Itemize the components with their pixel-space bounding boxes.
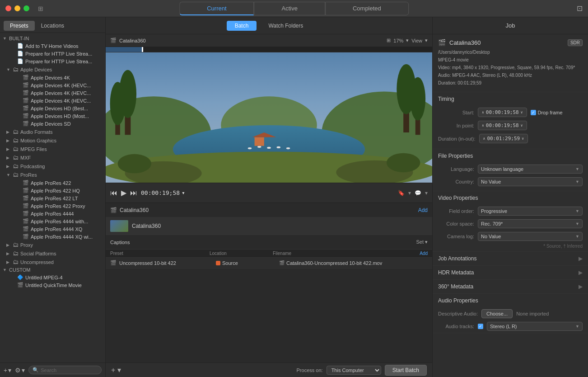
sidebar-item-prores-4444xqwi[interactable]: 🎬 Apple ProRes 4444 XQ wi...: [0, 233, 105, 240]
podcasting-header[interactable]: ▶ 🗂 Podcasting: [0, 162, 105, 170]
tab-completed[interactable]: Completed: [325, 2, 409, 15]
video-properties-header[interactable]: Video Properties: [433, 191, 588, 205]
sidebar-item-http2[interactable]: 📄 Prepare for HTTP Live Strea...: [0, 57, 105, 65]
sidebar-item-apple-sd[interactable]: 🎬 Apple Devices SD: [0, 120, 105, 127]
uncompressed-header[interactable]: ▶ 🗂 Uncompressed: [0, 258, 105, 266]
audio-track-checkbox[interactable]: ✓: [478, 324, 483, 329]
sidebar-item-prores-4444xq[interactable]: 🎬 Apple ProRes 4444 XQ: [0, 225, 105, 233]
tab-current[interactable]: Current: [179, 2, 254, 15]
sidebar-item-prores-422[interactable]: 🎬 Apple ProRes 422: [0, 179, 105, 187]
captions-bar: Captions Set ▾: [106, 235, 432, 250]
sidebar-item-prores-4444[interactable]: 🎬 Apple ProRes 4444: [0, 210, 105, 217]
proxy-header[interactable]: ▶ 🗂 Proxy: [0, 240, 105, 249]
close-button[interactable]: [5, 5, 11, 11]
audio-track-select[interactable]: Stereo (L R) ▼: [487, 322, 583, 331]
file-icon: 🎬: [279, 260, 285, 265]
job-annotations-header[interactable]: Job Annotations ▶: [433, 252, 588, 265]
minimize-button[interactable]: [14, 5, 20, 11]
caption-button[interactable]: 💬: [415, 190, 421, 196]
sidebar-footer: + ▾ ⚙ ▾ 🔍 Search: [0, 363, 105, 377]
play-button[interactable]: ▶: [121, 188, 126, 197]
filename-value: Catalina360-Uncompressed 10-bit 422.mov: [286, 260, 382, 266]
process-select[interactable]: This Computer: [327, 366, 381, 375]
sidebar-item-prores-422proxy[interactable]: 🎬 Apple ProRes 422 Proxy: [0, 202, 105, 210]
audio-formats-header[interactable]: ▶ 🗂 Audio Formats: [0, 127, 105, 136]
preset-add-button[interactable]: Add: [420, 251, 428, 256]
view-button[interactable]: View: [411, 38, 422, 43]
timecode-arrow-down[interactable]: ▾: [182, 189, 185, 196]
mxf-header[interactable]: ▶ 🗂 MXF: [0, 153, 105, 162]
start-timecode[interactable]: ∧ 00:00:19;58 ∨: [478, 108, 527, 117]
sidebar-item-untitled-mpeg4[interactable]: 🔷 Untitled MPEG-4: [0, 273, 105, 281]
built-in-header[interactable]: ▼ BUILT-IN: [0, 35, 105, 42]
tab-batch[interactable]: Batch: [227, 21, 257, 31]
prores-header[interactable]: ▼ 🗂 ProRes: [0, 170, 105, 179]
sidebar-item-apple-4k[interactable]: 🎬 Apple Devices 4K: [0, 74, 105, 81]
chevron-down-icon: ▾: [117, 366, 121, 374]
sidebar-item-http1[interactable]: 📄 Prepare for HTTP Live Strea...: [0, 50, 105, 57]
tab-watch-folders[interactable]: Watch Folders: [260, 21, 311, 31]
search-placeholder: Search: [41, 368, 56, 373]
sidebar-item-label: Motion Graphics: [20, 138, 56, 143]
maximize-button[interactable]: [23, 5, 29, 11]
motion-graphics-header[interactable]: ▶ 🗂 Motion Graphics: [0, 136, 105, 145]
start-batch-button[interactable]: Start Batch: [385, 365, 427, 376]
job-video-info: Video: mp4, 3840 x 1920, Progressive, Sq…: [438, 64, 583, 71]
color-space-select[interactable]: Rec. 709* ▼: [478, 219, 583, 228]
timing-label: Timing: [438, 96, 454, 102]
drop-frame-checkbox[interactable]: ✓: [531, 110, 536, 115]
sidebar-item-label: Apple Devices HD (Most...: [31, 113, 89, 119]
table-row[interactable]: 🎬 Uncompressed 10-bit 422 Source 🎬 Catal…: [106, 258, 432, 269]
sidebar-item-apple-hevc3[interactable]: 🎬 Apple Devices 4K (HEVC...: [0, 97, 105, 104]
custom-header[interactable]: ▼ CUSTOM: [0, 266, 105, 273]
set-button[interactable]: Set ▾: [416, 239, 428, 245]
sidebar-item-apple-hevc2[interactable]: 🎬 Apple Devices 4K (HEVC...: [0, 89, 105, 97]
sidebar-item-prores-4444with[interactable]: 🎬 Apple ProRes 4444 with...: [0, 217, 105, 225]
timing-inpoint-row: In point: ∧ 00:00:19;58 ∨: [433, 119, 588, 132]
sidebar-tab-presets[interactable]: Presets: [4, 21, 35, 31]
file-properties-header[interactable]: File Properties: [433, 149, 588, 163]
add-job-button[interactable]: + ▾: [111, 366, 121, 374]
add-preset-button[interactable]: + ▾: [4, 367, 11, 374]
grid-toggle-icon[interactable]: ⊞: [387, 38, 391, 43]
field-order-select[interactable]: Progressive ▼: [478, 207, 583, 216]
sidebar-item-prores-422lt[interactable]: 🎬 Apple ProRes 422 LT: [0, 194, 105, 202]
inpoint-timecode[interactable]: ∧ 00:00:19;58 ∨: [478, 121, 527, 130]
field-order-value: Progressive: [481, 208, 507, 214]
caption-arrow[interactable]: ▾: [425, 190, 428, 196]
sidebar-item-apple-hd-most[interactable]: 🎬 Apple Devices HD (Most...: [0, 112, 105, 120]
language-select[interactable]: Unknown language ▼: [478, 165, 583, 174]
bookmark-button[interactable]: 🔖: [398, 190, 405, 196]
sidebar-item-apple-hd-best[interactable]: 🎬 Apple Devices HD (Best...: [0, 104, 105, 112]
sidebar-item-add-tv[interactable]: 📄 Add to TV Home Videos: [0, 42, 105, 50]
settings-button[interactable]: ⚙ ▾: [15, 367, 25, 374]
scrubber-bar[interactable]: [106, 47, 432, 52]
sidebar-item-untitled-qt[interactable]: 🎬 Untitled QuickTime Movie: [0, 281, 105, 289]
camera-log-select[interactable]: No Value ▼: [478, 232, 583, 241]
country-select[interactable]: No Value ▼: [478, 177, 583, 186]
layout-icon[interactable]: ⊡: [577, 4, 583, 13]
bookmark-arrow[interactable]: ▾: [408, 190, 411, 196]
list-item[interactable]: Catalina360: [106, 217, 432, 235]
search-box[interactable]: 🔍 Search: [28, 366, 102, 374]
job-add-button[interactable]: Add: [418, 207, 428, 213]
sidebar-item-prores-422hq[interactable]: 🎬 Apple ProRes 422 HQ: [0, 187, 105, 194]
timing-header[interactable]: Timing: [433, 92, 588, 106]
hdr-metadata-header[interactable]: HDR Metadata ▶: [433, 266, 588, 279]
tab-active[interactable]: Active: [254, 2, 325, 15]
sidebar-tab-locations[interactable]: Locations: [35, 21, 70, 31]
audio-properties-header[interactable]: Audio Properties: [433, 294, 588, 307]
mpeg-files-header[interactable]: ▶ 🗂 MPEG Files: [0, 145, 105, 153]
apple-devices-header[interactable]: ▼ 🗂 Apple Devices: [0, 65, 105, 74]
social-header[interactable]: ▶ 🗂 Social Platforms: [0, 249, 105, 258]
preset-icon: 🎬: [110, 260, 117, 266]
skip-forward-button[interactable]: ⏭: [130, 189, 137, 197]
duration-timecode[interactable]: ∧ 00:01:29;59 ∨: [479, 134, 528, 143]
threesixty-metadata-header[interactable]: 360° Metadata ▶: [433, 280, 588, 293]
grid-icon[interactable]: ⊞: [38, 5, 43, 12]
job-annotations-label: Job Annotations: [438, 255, 476, 262]
sidebar-item-apple-hevc1[interactable]: 🎬 Apple Devices 4K (HEVC...: [0, 81, 105, 89]
skip-back-button[interactable]: ⏮: [110, 189, 117, 197]
choose-button[interactable]: Choose...: [481, 309, 513, 318]
job-list-header: 🎬 Catalina360 Add: [106, 203, 432, 217]
